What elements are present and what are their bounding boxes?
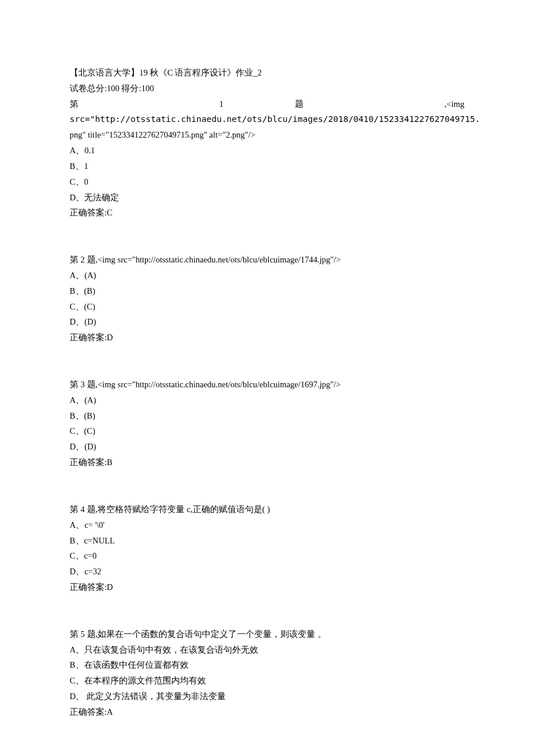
q3-option-d: D、(D) xyxy=(70,439,464,455)
q2-answer: 正确答案:D xyxy=(70,330,464,345)
q2-option-a: A、(A) xyxy=(70,268,464,283)
q2-option-d: D、(D) xyxy=(70,314,464,330)
q5-option-c: C、在本程序的源文件范围内均有效 xyxy=(70,673,464,689)
q1-label-ti: 题 xyxy=(295,99,373,109)
q3-option-a: A、(A) xyxy=(70,393,464,408)
q2-stem: 第 2 题,<img src="http://otsstatic.chinaed… xyxy=(70,252,464,268)
score-line: 试卷总分:100 得分:100 xyxy=(70,81,464,96)
header-block: 【北京语言大学】19 秋《C 语言程序设计》作业_2 试卷总分:100 得分:1… xyxy=(70,65,464,96)
q3-answer: 正确答案:B xyxy=(70,455,464,470)
q4-option-a: A、c= '\0' xyxy=(70,517,464,533)
q1-number: 1 xyxy=(219,99,223,109)
q1-option-a: A、0.1 xyxy=(70,143,464,159)
question-3: 第 3 题,<img src="http://otsstatic.chinaed… xyxy=(70,377,464,470)
q1-label-di: 第 xyxy=(70,99,148,109)
q5-option-a: A、只在该复合语句中有效，在该复合语句外无效 xyxy=(70,642,464,658)
q1-stem-line3: png" title="1523341227627049715.png" alt… xyxy=(70,127,464,143)
q1-img-open: ,<img xyxy=(445,99,464,109)
q5-answer: 正确答案:A xyxy=(70,704,464,720)
question-2: 第 2 题,<img src="http://otsstatic.chinaed… xyxy=(70,252,464,345)
q1-option-c: C、0 xyxy=(70,174,464,190)
q1-option-b: B、1 xyxy=(70,159,464,174)
q4-stem: 第 4 题,将空格符赋给字符变量 c,正确的赋值语句是( ) xyxy=(70,502,464,517)
q5-stem: 第 5 题,如果在一个函数的复合语句中定义了一个变量，则该变量 。 xyxy=(70,627,464,642)
question-5: 第 5 题,如果在一个函数的复合语句中定义了一个变量，则该变量 。 A、只在该复… xyxy=(70,627,464,720)
q4-answer: 正确答案:D xyxy=(70,579,464,595)
q4-option-c: C、c=0 xyxy=(70,548,464,564)
q2-option-b: B、(B) xyxy=(70,283,464,299)
question-1: 第 1 题 ,<img src="http://otsstatic.chinae… xyxy=(70,96,464,221)
q2-option-c: C、(C) xyxy=(70,299,464,315)
q1-stem-line2: src="http://otsstatic.chinaedu.net/ots/b… xyxy=(70,111,464,127)
q1-stem-line1: 第 1 题 ,<img xyxy=(70,96,464,112)
q3-option-b: B、(B) xyxy=(70,408,464,424)
q5-option-b: B、在该函数中任何位置都有效 xyxy=(70,657,464,673)
q1-option-d: D、无法确定 xyxy=(70,190,464,206)
q3-stem: 第 3 题,<img src="http://otsstatic.chinaed… xyxy=(70,377,464,393)
q3-option-c: C、(C) xyxy=(70,423,464,439)
question-4: 第 4 题,将空格符赋给字符变量 c,正确的赋值语句是( ) A、c= '\0'… xyxy=(70,502,464,595)
q4-option-b: B、c=NULL xyxy=(70,533,464,549)
doc-title: 【北京语言大学】19 秋《C 语言程序设计》作业_2 xyxy=(70,65,464,81)
q1-answer: 正确答案:C xyxy=(70,205,464,221)
q4-option-d: D、c=32 xyxy=(70,564,464,579)
q5-option-d: D、 此定义方法错误，其变量为非法变量 xyxy=(70,689,464,704)
document-page: 【北京语言大学】19 秋《C 语言程序设计》作业_2 试卷总分:100 得分:1… xyxy=(0,0,534,756)
